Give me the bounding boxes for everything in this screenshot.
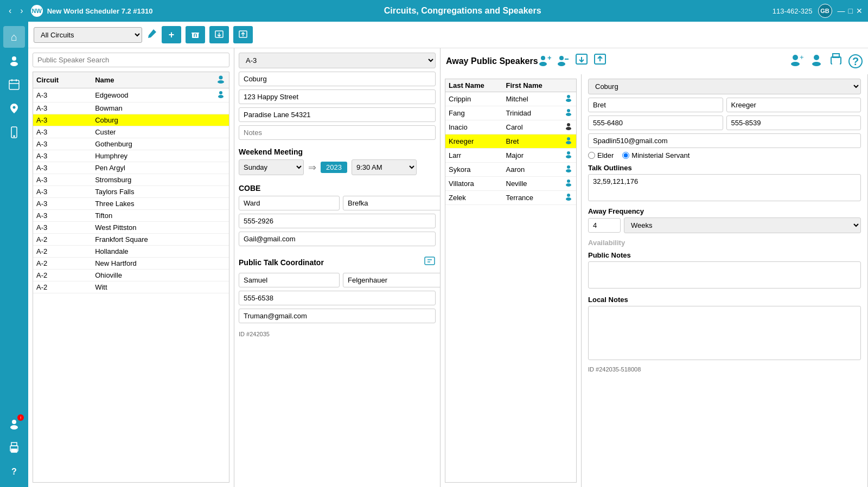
remove-person-icon[interactable] <box>557 54 570 69</box>
delete-congregation-button[interactable] <box>186 26 205 43</box>
elder-radio[interactable] <box>588 152 595 159</box>
sidebar-schedule-button[interactable] <box>3 74 25 95</box>
congregation-row[interactable]: A-2 Witt <box>33 281 229 293</box>
speaker-email-input[interactable] <box>588 133 861 148</box>
congregation-row[interactable]: A-3 Bowman <box>33 102 229 114</box>
svg-point-52 <box>567 123 570 126</box>
circuit-cell: A-3 <box>33 186 92 198</box>
congregation-name-input[interactable] <box>239 72 436 86</box>
congregation-row[interactable]: A-3 Taylors Falls <box>33 186 229 198</box>
congregation-row[interactable]: A-3 West Pittston <box>33 222 229 234</box>
congregation-row[interactable]: A-3 Tifton <box>33 210 229 222</box>
away-speaker-row[interactable]: Larr Major <box>445 149 576 163</box>
ptc-email-input[interactable] <box>239 309 436 323</box>
circuit-select[interactable]: All Circuits A-2 A-3 <box>34 27 142 43</box>
speaker-last-input[interactable] <box>726 98 861 112</box>
sidebar-help-button[interactable]: ? <box>3 461 25 483</box>
user-avatar[interactable]: GB <box>818 4 832 18</box>
address-line1-input[interactable] <box>239 89 436 104</box>
meeting-time-select[interactable]: 9:30 AM 10:00 AM <box>352 159 417 175</box>
ptc-name-row <box>239 273 436 287</box>
congregation-row[interactable]: A-2 Hollandale <box>33 246 229 258</box>
address-line2-input[interactable] <box>239 107 436 122</box>
speaker-search-input[interactable] <box>33 53 229 67</box>
global-help-button[interactable]: ? <box>848 54 863 68</box>
congregation-row[interactable]: A-3 Coburg <box>33 114 229 126</box>
congregation-row[interactable]: A-3 Three Lakes <box>33 198 229 210</box>
away-icon-cell <box>561 92 576 106</box>
circuit-cell: A-3 <box>33 198 92 210</box>
add-person-icon[interactable]: + <box>538 54 551 69</box>
global-person-button[interactable] <box>809 53 824 70</box>
away-freq-unit-select[interactable]: Weeks Months <box>624 217 861 233</box>
import-button[interactable] <box>209 26 229 43</box>
away-speaker-row[interactable]: Kreeger Bret <box>445 134 576 149</box>
window-controls[interactable]: — □ ✕ <box>838 7 863 15</box>
name-cell: Humphrey <box>92 150 213 162</box>
congregation-row[interactable]: A-3 Custer <box>33 126 229 138</box>
speaker-phone2-input[interactable] <box>726 116 861 130</box>
minimize-button[interactable]: — <box>838 7 845 15</box>
elder-radio-label[interactable]: Elder <box>588 151 614 159</box>
cobe-first-input[interactable] <box>239 196 340 210</box>
away-export-icon[interactable] <box>593 53 607 69</box>
nav-back-button[interactable]: ‹ <box>5 5 15 17</box>
sidebar-mobile-button[interactable] <box>3 121 25 143</box>
sidebar-print-button[interactable] <box>3 437 25 459</box>
congregation-row[interactable]: A-3 Pen Argyl <box>33 162 229 174</box>
speaker-congregation-select[interactable]: Coburg <box>588 79 861 94</box>
congregation-row[interactable]: A-3 Gothenburg <box>33 138 229 150</box>
local-notes-input[interactable] <box>588 306 861 360</box>
speaker-first-input[interactable] <box>588 98 723 112</box>
left-sidebar: ⌂ <box>0 22 28 487</box>
congregation-row[interactable]: A-3 Stromsburg <box>33 174 229 186</box>
maximize-button[interactable]: □ <box>848 7 853 15</box>
sidebar-home-button[interactable]: ⌂ <box>3 26 25 48</box>
add-congregation-button[interactable]: + <box>162 26 181 43</box>
svg-point-1 <box>10 62 18 66</box>
away-speaker-row[interactable]: Villatora Neville <box>445 177 576 191</box>
away-speakers-title: Away Public Speakers <box>446 56 538 66</box>
away-speaker-row[interactable]: Fang Trinidad <box>445 106 576 120</box>
global-print-button[interactable] <box>829 53 843 70</box>
notes-input[interactable] <box>239 125 436 140</box>
public-notes-input[interactable] <box>588 261 861 289</box>
cobe-email-input[interactable] <box>239 232 436 246</box>
congregation-row[interactable]: A-3 Edgewood <box>33 88 229 102</box>
meeting-day-select[interactable]: Sunday Monday <box>239 159 304 175</box>
away-speaker-row[interactable]: Sykora Aaron <box>445 163 576 177</box>
export-button[interactable] <box>233 26 253 43</box>
cobe-last-input[interactable] <box>343 196 441 210</box>
ministerial-servant-radio[interactable] <box>622 152 629 159</box>
talk-outlines-section: Talk Outlines 32,59,121,176 <box>588 164 861 203</box>
svg-point-49 <box>566 99 571 102</box>
away-speaker-row[interactable]: Inacio Carol <box>445 120 576 134</box>
nav-forward-button[interactable]: › <box>17 5 26 17</box>
svg-point-41 <box>791 62 800 66</box>
congregation-row[interactable]: A-2 New Hartford <box>33 258 229 270</box>
detail-circuit-select[interactable]: A-3 A-2 <box>239 53 436 68</box>
nav-buttons[interactable]: ‹ › <box>5 5 27 17</box>
ptc-icon-button[interactable] <box>424 255 436 270</box>
away-freq-num-input[interactable] <box>588 218 621 233</box>
sidebar-alert-button[interactable]: ! <box>3 413 25 435</box>
sidebar-persons-button[interactable] <box>3 50 25 72</box>
away-speaker-row[interactable]: Zelek Terrance <box>445 191 576 205</box>
sidebar-map-button[interactable] <box>3 98 25 119</box>
speaker-phone1-input[interactable] <box>588 116 723 130</box>
ministerial-servant-radio-label[interactable]: Ministerial Servant <box>622 151 690 159</box>
congregation-row[interactable]: A-2 Frankfort Square <box>33 234 229 246</box>
ptc-phone-input[interactable] <box>239 291 436 305</box>
congregation-row[interactable]: A-3 Humphrey <box>33 150 229 162</box>
ptc-last-input[interactable] <box>343 273 441 287</box>
global-add-person-button[interactable]: + <box>790 53 804 70</box>
cobe-phone-input[interactable] <box>239 214 436 228</box>
ptc-first-input[interactable] <box>239 273 340 287</box>
svg-rect-12 <box>11 443 17 446</box>
edit-button[interactable] <box>146 28 157 42</box>
close-button[interactable]: ✕ <box>856 7 863 15</box>
away-speaker-row[interactable]: Crippin Mitchel <box>445 92 576 106</box>
talk-outlines-input[interactable]: 32,59,121,176 <box>588 174 861 201</box>
congregation-row[interactable]: A-2 Ohioville <box>33 270 229 281</box>
away-import-icon[interactable] <box>575 53 588 69</box>
